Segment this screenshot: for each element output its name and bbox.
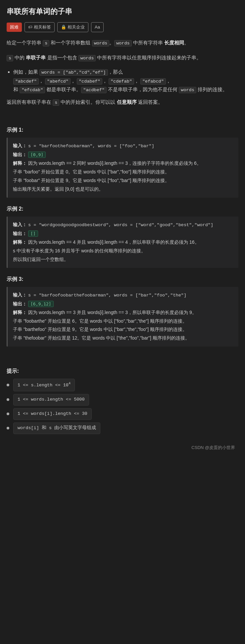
description-para2: s 中的 串联子串 是指一个包含 words 中所有字符串以任意顺序排列连接起来… bbox=[7, 53, 238, 62]
hint-item-2: 1 <= words.length <= 5000 bbox=[7, 394, 238, 406]
output-badge-1: [0,9] bbox=[28, 152, 46, 158]
words-code-4: words bbox=[179, 87, 196, 93]
related-tags-tag[interactable]: 🏷 相关标签 bbox=[24, 22, 55, 32]
s-code-1: s bbox=[43, 40, 49, 46]
footer: CSDN @皮蛋的小世界 bbox=[7, 444, 238, 451]
hints-section: 提示: 1 <= s.length <= 104 1 <= words.leng… bbox=[7, 366, 238, 434]
example1-input: 输入：s = "barfoothefoobarman", words = ["f… bbox=[13, 142, 233, 151]
bold-length: 长度相同 bbox=[164, 40, 184, 45]
hint-code-4: words[i] 和 s 由小写英文字母组成 bbox=[13, 422, 100, 434]
s-code-3: s bbox=[53, 99, 59, 106]
lock-icon: 🔒 bbox=[61, 24, 66, 31]
hint-item-3: 1 <= words[i].length <= 30 bbox=[7, 408, 238, 420]
valid-3: "cdabef" bbox=[77, 78, 102, 85]
hint-code-2: 1 <= words.length <= 5000 bbox=[13, 394, 89, 406]
valid-2: "abefcd" bbox=[45, 78, 71, 85]
tag-bar: 困难 🏷 相关标签 🔒 相关企业 Aa bbox=[7, 22, 238, 32]
example1-explanation: 解释：因为 words.length == 2 同时 words[i].leng… bbox=[13, 159, 233, 194]
hint-bullet-4 bbox=[7, 427, 9, 429]
example3-title: 示例 3: bbox=[7, 275, 238, 284]
hint-code-3: 1 <= words[i].length <= 30 bbox=[13, 408, 92, 420]
example1-block: 输入：s = "barfoothefoobarman", words = ["f… bbox=[7, 138, 238, 197]
example1-output: 输出：[0,9] bbox=[13, 151, 233, 159]
bold-any-order: 任意顺序 bbox=[117, 99, 137, 105]
tag-icon: 🏷 bbox=[28, 24, 32, 31]
valid-5: "efabcd" bbox=[140, 78, 166, 85]
example2-block: 输入：s = "wordgoodgoodgoodbestword", words… bbox=[7, 217, 238, 268]
output-badge-3: [6,9,12] bbox=[28, 301, 54, 307]
valid-6: "efcdab" bbox=[20, 87, 45, 93]
example2-output: 输出：[] bbox=[13, 229, 233, 238]
s-code-2: s bbox=[7, 55, 13, 61]
hint-code-1: 1 <= s.length <= 104 bbox=[13, 379, 75, 391]
return-desc: 返回所有串联子串在 s 中的开始索引。你可以以 任意顺序 返回答案。 bbox=[7, 97, 238, 107]
example3-block: 输入：s = "barfoofoobarthefoobarman", words… bbox=[7, 287, 238, 347]
example2-input: 输入：s = "wordgoodgoodgoodbestword", words… bbox=[13, 221, 233, 229]
example-list: 例如，如果 words = ["ab","cd","ef"]，那么 "abcde… bbox=[13, 68, 238, 94]
words-code-3: words bbox=[78, 55, 96, 61]
words-code-1: words bbox=[92, 40, 110, 46]
hint-bullet-2 bbox=[7, 398, 9, 401]
invalid-code: "acdbef" bbox=[81, 87, 107, 93]
hint-bullet-1 bbox=[7, 384, 9, 386]
page-title: 串联所有单词的子串 bbox=[7, 5, 238, 18]
example3-output: 输出：[6,9,12] bbox=[13, 300, 233, 308]
font-tag[interactable]: Aa bbox=[91, 22, 104, 32]
hint-bullet-3 bbox=[7, 413, 9, 415]
example2-title: 示例 2: bbox=[7, 204, 238, 213]
example2-explanation: 解释：因为 words.length == 4 并且 words[i].leng… bbox=[13, 238, 233, 264]
output-badge-2: [] bbox=[28, 230, 38, 237]
hint-item-1: 1 <= s.length <= 104 bbox=[7, 379, 238, 391]
hints-title: 提示: bbox=[7, 366, 238, 375]
hint-item-4: words[i] 和 s 由小写英文字母组成 bbox=[7, 422, 238, 434]
desc-pre: 给定一个字符串 bbox=[7, 40, 43, 45]
bold-concat: 串联子串 bbox=[26, 55, 46, 60]
words-example-code: words = ["ab","cd","ef"] bbox=[39, 69, 108, 76]
difficulty-tag[interactable]: 困难 bbox=[7, 23, 22, 32]
words-code-2: words bbox=[114, 40, 132, 46]
related-company-tag[interactable]: 🔒 相关企业 bbox=[57, 22, 88, 32]
description-para1: 给定一个字符串 s 和一个字符串数组 words。words 中所有字符串 长度… bbox=[7, 38, 238, 47]
example3-explanation: 解释：因为 words.length == 3 并且 words[i].leng… bbox=[13, 308, 233, 343]
valid-4: "cdefab" bbox=[109, 78, 134, 85]
valid-1: "abcdef" bbox=[13, 78, 39, 85]
page-container: 串联所有单词的子串 困难 🏷 相关标签 🔒 相关企业 Aa 给定一个字符串 s … bbox=[0, 0, 245, 465]
example1-title: 示例 1: bbox=[7, 125, 238, 134]
example3-input: 输入：s = "barfoofoobarthefoobarman", words… bbox=[13, 291, 233, 300]
example-list-item: 例如，如果 words = ["ab","cd","ef"]，那么 "abcde… bbox=[13, 68, 238, 94]
